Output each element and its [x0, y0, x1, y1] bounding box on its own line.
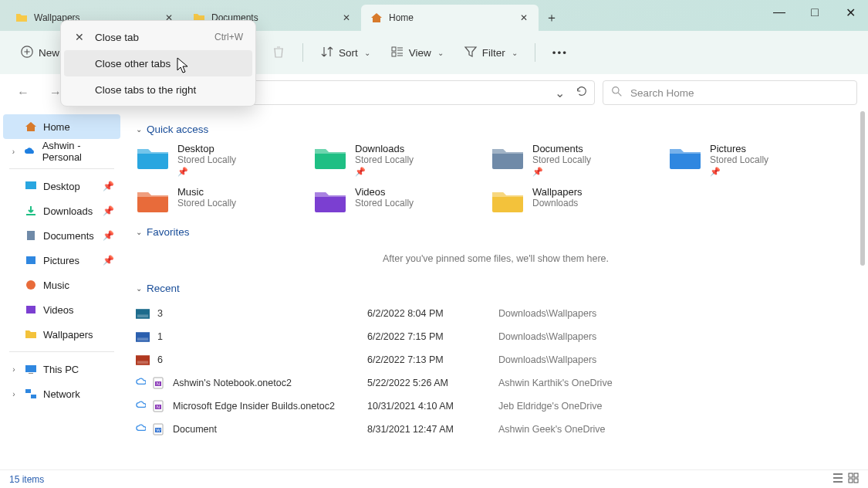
pin-icon[interactable]: 📌 — [103, 255, 114, 266]
expand-icon[interactable]: › — [9, 390, 19, 398]
favorites-empty-text: After you've pinned some files, we'll sh… — [136, 253, 856, 264]
item-sub: Stored Locally — [355, 154, 414, 165]
sidebar-item-wallpapers[interactable]: Wallpapers — [3, 322, 120, 347]
desktop-icon — [25, 180, 37, 192]
recent-name: 1 — [157, 331, 163, 342]
pin-icon[interactable]: 📌 — [103, 181, 114, 191]
delete-button[interactable] — [264, 40, 293, 66]
recent-path: Downloads\Wallpapers — [498, 354, 745, 365]
icons-view-icon[interactable] — [848, 473, 859, 486]
recent-date: 8/31/2021 12:47 AM — [367, 424, 498, 435]
sidebar-item-videos[interactable]: Videos — [3, 297, 120, 322]
item-name: Music — [177, 186, 236, 198]
sidebar-item-music[interactable]: Music — [3, 273, 120, 297]
separator — [535, 43, 535, 62]
folder-icon — [491, 186, 525, 214]
sidebar-item-documents[interactable]: Documents📌 — [3, 223, 120, 248]
ctx-close-other-tabs[interactable]: Close other tabs — [64, 50, 252, 76]
chevron-down-icon: ⌄ — [136, 284, 142, 293]
more-button[interactable]: ••• — [545, 42, 576, 63]
ctx-close-tab[interactable]: ✕ Close tab Ctrl+W — [64, 24, 252, 50]
sidebar-item-label: Ashwin - Personal — [42, 140, 114, 163]
pin-icon[interactable]: 📌 — [103, 230, 114, 241]
recent-name: Microsoft Edge Insider Builds.onetoc2 — [173, 401, 335, 412]
back-button[interactable]: ← — [11, 80, 35, 105]
ctx-close-tabs-right[interactable]: Close tabs to the right — [64, 76, 252, 103]
item-name: Wallpapers — [532, 186, 583, 198]
recent-item[interactable]: 1 6/2/2022 7:15 PM Downloads\Wallpapers — [136, 325, 856, 348]
recent-item[interactable]: 6 6/2/2022 7:13 PM Downloads\Wallpapers — [136, 348, 856, 371]
recent-name: Document — [173, 424, 217, 435]
quick-access-item[interactable]: Documents Stored Locally 📌 — [491, 143, 660, 177]
scrollbar[interactable] — [859, 111, 866, 466]
details-view-icon[interactable] — [833, 473, 843, 486]
quick-access-item[interactable]: Videos Stored Locally — [313, 186, 483, 214]
sidebar-item-desktop[interactable]: Desktop📌 — [3, 174, 120, 198]
quick-access-item[interactable]: Music Stored Locally — [136, 186, 306, 214]
quick-access-item[interactable]: Pictures Stored Locally 📌 — [668, 143, 838, 177]
folder-icon — [25, 328, 37, 341]
view-button[interactable]: View ⌄ — [383, 40, 451, 66]
expand-icon[interactable]: › — [9, 365, 19, 374]
refresh-icon[interactable] — [576, 85, 588, 100]
chevron-down-icon: ⌄ — [136, 125, 142, 134]
sidebar-item-home[interactable]: Home — [3, 114, 120, 139]
pc-icon — [25, 363, 37, 375]
separator — [9, 351, 114, 352]
quick-access-item[interactable]: Downloads Stored Locally 📌 — [313, 143, 483, 177]
filter-icon — [464, 45, 478, 61]
section-recent[interactable]: ⌄ Recent — [136, 283, 856, 294]
file-icon: N — [151, 378, 165, 388]
folder-icon — [491, 143, 525, 171]
section-favorites[interactable]: ⌄ Favorites — [136, 226, 856, 238]
expand-icon[interactable]: › — [9, 147, 18, 156]
tab-label: Home — [389, 12, 414, 23]
recent-item[interactable]: WDocument 8/31/2021 12:47 AM Ashwin Geek… — [136, 418, 856, 441]
new-tab-button[interactable]: ＋ — [539, 5, 565, 31]
recent-item[interactable]: NAshwin's Notebook.onetoc2 5/22/2022 5:2… — [136, 371, 856, 395]
sidebar-item-thispc[interactable]: ›This PC — [3, 357, 120, 381]
pin-icon[interactable]: 📌 — [103, 205, 114, 216]
close-window-button[interactable]: ✕ — [833, 0, 868, 25]
quick-access-item[interactable]: Desktop Stored Locally 📌 — [136, 143, 306, 177]
svg-rect-14 — [26, 256, 35, 264]
svg-point-11 — [613, 87, 619, 93]
sidebar-item-onedrive[interactable]: › Ashwin - Personal — [3, 139, 120, 164]
recent-name: 3 — [157, 308, 163, 319]
close-icon[interactable]: ✕ — [339, 11, 353, 25]
item-sub: Stored Locally — [532, 154, 591, 165]
maximize-button[interactable]: □ — [797, 0, 833, 25]
folder-icon — [313, 143, 347, 171]
add-circle-icon — [20, 45, 34, 61]
search-input[interactable]: Search Home — [603, 80, 857, 105]
cloud-icon — [136, 377, 147, 389]
file-icon: N — [151, 401, 165, 412]
sidebar-item-network[interactable]: ›Network — [3, 381, 120, 406]
close-icon[interactable]: ✕ — [517, 11, 531, 25]
sort-button[interactable]: Sort ⌄ — [312, 40, 378, 66]
cloud-icon — [136, 400, 147, 412]
recent-path: Ashwin Geek's OneDrive — [498, 424, 745, 435]
chevron-down-icon: ⌄ — [512, 49, 518, 57]
recent-path: Downloads\Wallpapers — [498, 331, 745, 342]
svg-rect-12 — [25, 181, 36, 189]
minimize-button[interactable]: — — [762, 0, 797, 25]
recent-list: 3 6/2/2022 8:04 PM Downloads\Wallpapers … — [136, 302, 856, 441]
recent-item[interactable]: 3 6/2/2022 8:04 PM Downloads\Wallpapers — [136, 302, 856, 325]
search-placeholder: Search Home — [630, 87, 694, 99]
chevron-down-icon[interactable]: ⌄ — [555, 86, 565, 100]
section-quick-access[interactable]: ⌄ Quick access — [136, 124, 856, 135]
svg-point-15 — [26, 280, 35, 290]
tab-home[interactable]: Home ✕ — [361, 5, 539, 31]
recent-date: 6/2/2022 7:15 PM — [367, 331, 498, 342]
music-icon — [25, 279, 37, 291]
filter-button[interactable]: Filter ⌄ — [456, 40, 525, 66]
quick-access-item[interactable]: Wallpapers Downloads — [491, 186, 660, 214]
sidebar-item-pictures[interactable]: Pictures📌 — [3, 248, 120, 273]
recent-path: Jeb Eldridge's OneDrive — [498, 401, 745, 412]
recent-item[interactable]: NMicrosoft Edge Insider Builds.onetoc2 1… — [136, 395, 856, 418]
svg-rect-26 — [137, 361, 148, 364]
chevron-down-icon: ⌄ — [364, 49, 370, 57]
item-sub: Stored Locally — [355, 198, 414, 208]
sidebar-item-downloads[interactable]: Downloads📌 — [3, 198, 120, 223]
